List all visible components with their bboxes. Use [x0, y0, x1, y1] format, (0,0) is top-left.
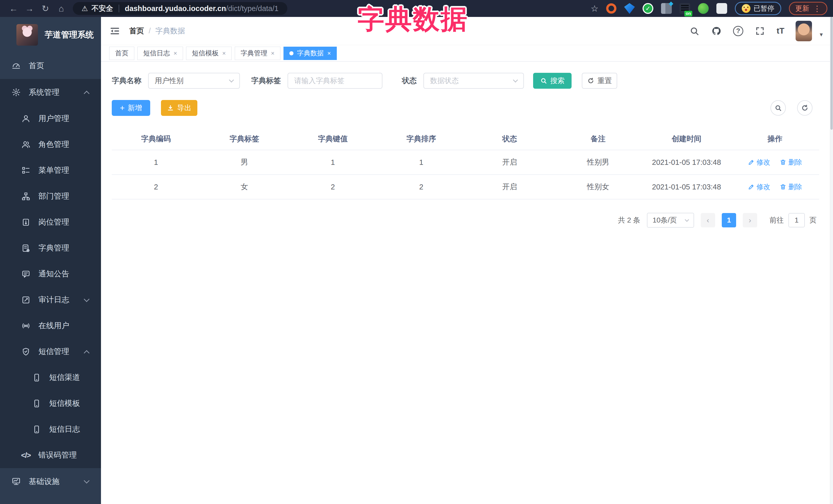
prev-page-button[interactable]: ‹: [701, 213, 715, 227]
col-header: 状态: [466, 134, 554, 144]
close-icon[interactable]: ×: [271, 50, 275, 57]
sidebar-item-role-management[interactable]: 角色管理: [0, 131, 101, 158]
tab-dict-data[interactable]: 字典数据 ×: [284, 47, 337, 60]
browser-menu-kebab-icon[interactable]: ⋮: [813, 4, 821, 13]
page-size-select[interactable]: 10条/页: [647, 213, 694, 227]
sidebar-item-department-management[interactable]: 部门管理: [0, 183, 101, 209]
sidebar-item-dict-management[interactable]: 字典管理: [0, 235, 101, 261]
goto-page: 前往 页: [769, 213, 816, 227]
table-search-toggle-icon[interactable]: [770, 100, 786, 116]
export-button[interactable]: 导出: [161, 100, 197, 116]
org-tree-icon: [21, 192, 31, 201]
extension-orange-icon[interactable]: [606, 3, 616, 14]
user-icon: [21, 114, 31, 124]
sidebar-item-user-management[interactable]: 用户管理: [0, 105, 101, 131]
breadcrumb-home[interactable]: 首页: [129, 26, 144, 36]
online-signal-icon: [21, 321, 31, 331]
close-icon[interactable]: ×: [327, 50, 331, 57]
chevron-down-icon: [84, 296, 90, 302]
edit-link[interactable]: 修改: [748, 158, 770, 167]
dict-name-select[interactable]: 用户性别: [148, 73, 240, 89]
table-row: 1 男 1 1 开启 性别男 2021-01-05 17:03:48 修改 删除: [112, 150, 819, 175]
browser-reload-icon[interactable]: ↻: [38, 3, 53, 14]
sidebar-item-online-users[interactable]: 在线用户: [0, 313, 101, 339]
avatar-caret-icon[interactable]: ▼: [819, 32, 824, 38]
chevron-down-icon: [229, 77, 234, 82]
bookmark-star-icon[interactable]: ☆: [591, 3, 598, 14]
close-icon[interactable]: ×: [173, 50, 177, 57]
delete-link[interactable]: 删除: [780, 182, 802, 192]
help-icon[interactable]: ?: [733, 26, 743, 36]
add-button[interactable]: + 新增: [112, 100, 150, 116]
plus-icon: +: [120, 103, 125, 113]
sidebar-item-errorcode-management[interactable]: </> 错误码管理: [0, 442, 101, 468]
goto-page-input[interactable]: [788, 213, 805, 227]
tab-home[interactable]: 首页: [109, 47, 134, 60]
sidebar-item-home[interactable]: 首页: [0, 52, 101, 79]
user-avatar[interactable]: [795, 21, 812, 41]
tab-dict-management[interactable]: 字典管理 ×: [235, 47, 280, 60]
browser-update-button[interactable]: 更新 ⋮: [789, 2, 827, 15]
sidebar-item-sms-management[interactable]: 短信管理: [0, 339, 101, 364]
extensions-puzzle-icon[interactable]: [716, 3, 727, 14]
filter-form: 字典名称 用户性别 字典标签 状态 数据状态 搜索: [112, 73, 819, 89]
dict-data-table: 字典编码 字典标签 字典键值 字典排序 状态 备注 创建时间 操作 1 男 1 …: [112, 128, 819, 199]
header-search-icon[interactable]: [689, 26, 700, 37]
window-scrollbar[interactable]: [830, 17, 833, 504]
status-select[interactable]: 数据状态: [423, 73, 524, 89]
fullscreen-icon[interactable]: [755, 26, 765, 37]
sidebar-item-menu-management[interactable]: 菜单管理: [0, 158, 101, 183]
browser-forward-icon[interactable]: →: [22, 4, 38, 14]
chevron-up-icon: [84, 350, 90, 356]
sidebar-item-audit-log[interactable]: 审计日志: [0, 287, 101, 313]
reset-button[interactable]: 重置: [582, 73, 617, 89]
tab-sms-template[interactable]: 短信模板 ×: [186, 47, 232, 60]
navbar-actions: ? tT ▼: [689, 21, 824, 41]
sidebar-item-sms-template[interactable]: 短信模板: [0, 390, 101, 416]
sidebar-item-system-management[interactable]: 系统管理: [0, 79, 101, 105]
search-button[interactable]: 搜索: [533, 73, 572, 89]
col-header: 字典标签: [200, 134, 289, 144]
dict-tag-input[interactable]: [288, 73, 382, 89]
extension-columns-icon[interactable]: [661, 3, 672, 14]
col-header: 字典编码: [112, 134, 200, 144]
address-bar[interactable]: ⚠ 不安全 dashboard.yudao.iocoder.cn /dict/t…: [73, 2, 287, 15]
chevron-up-icon: [84, 91, 90, 97]
menu-tree-icon: [21, 166, 31, 175]
sidebar-item-notice[interactable]: 通知公告: [0, 261, 101, 287]
extension-switch-on-icon[interactable]: [680, 3, 690, 14]
col-header: 操作: [731, 134, 819, 144]
close-icon[interactable]: ×: [222, 50, 226, 57]
scrollbar-thumb[interactable]: [830, 17, 833, 130]
main-area: 首页 / 字典数据 ? tT ▼ 首页: [101, 17, 833, 504]
col-header: 备注: [554, 134, 642, 144]
col-header: 字典键值: [289, 134, 377, 144]
tab-sms-log[interactable]: 短信日志 ×: [137, 47, 183, 60]
page-caption-overlay: 字典数据: [358, 2, 468, 38]
app-logo-row[interactable]: 芋道管理系统: [0, 17, 101, 52]
page-number-button[interactable]: 1: [722, 213, 736, 227]
sidebar: 芋道管理系统 首页 系统管理 用户管理: [0, 17, 101, 504]
edit-link[interactable]: 修改: [748, 182, 770, 192]
sidebar-collapse-icon[interactable]: [109, 25, 120, 37]
tabs-bar: 首页 短信日志 × 短信模板 × 字典管理 × 字典数据 ×: [101, 45, 833, 62]
announcement-icon: [21, 269, 31, 279]
github-icon[interactable]: [711, 26, 722, 37]
sidebar-item-sms-channel[interactable]: 短信渠道: [0, 364, 101, 390]
table-refresh-icon[interactable]: [797, 100, 812, 116]
browser-home-icon[interactable]: ⌂: [53, 4, 69, 14]
profile-paused-chip[interactable]: 已暂停: [735, 2, 781, 15]
next-page-button[interactable]: ›: [743, 213, 757, 227]
sidebar-item-post-management[interactable]: 岗位管理: [0, 209, 101, 235]
shield-check-icon: [21, 347, 31, 357]
extension-check-icon[interactable]: [643, 3, 653, 14]
extension-green-icon[interactable]: [698, 3, 709, 14]
paused-label: 已暂停: [754, 4, 774, 13]
browser-back-icon[interactable]: ←: [6, 4, 22, 14]
delete-link[interactable]: 删除: [780, 158, 802, 167]
sidebar-item-infrastructure[interactable]: 基础设施: [0, 468, 101, 495]
sidebar-item-sms-log[interactable]: 短信日志: [0, 416, 101, 442]
extension-gem-icon[interactable]: [624, 3, 635, 14]
users-icon: [21, 140, 31, 149]
font-size-icon[interactable]: tT: [777, 26, 784, 35]
